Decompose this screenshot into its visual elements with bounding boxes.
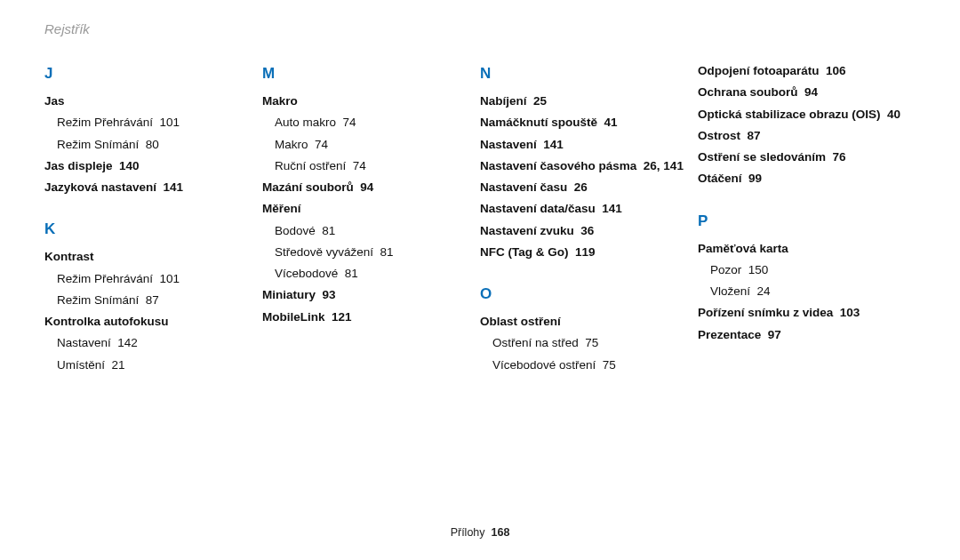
index-subentry: Bodové 81 [275,221,480,241]
index-subentry: Vložení 24 [710,282,916,301]
index-page-ref: 140 [119,159,140,172]
index-column: JJasRežim Přehrávání 101Režim Snímání 80… [44,61,262,377]
index-page-ref: 41 [604,116,618,129]
index-subentry: Pozor 150 [710,260,916,280]
index-term: Jas displeje 140 [44,156,262,176]
index-page-ref: 106 [826,64,846,77]
index-term: Pořízení snímku z videa 103 [698,303,916,323]
index-page-ref: 25 [533,94,547,108]
index-subentry: Ruční ostření 74 [275,156,480,176]
index-subentry: Středově vyvážení 81 [275,243,480,262]
index-subentry: Režim Přehrávání 101 [57,269,262,289]
index-subentry: Makro 74 [275,135,480,155]
index-term: Makro [262,92,480,111]
index-page-ref: 21 [112,358,125,372]
index-term: Mazání souborů 94 [262,178,480,197]
index-term: Kontrast [44,247,262,267]
index-subentry: Nastavení 142 [57,333,262,353]
index-term: Miniatury 93 [262,285,480,305]
index-subentry: Umístění 21 [57,356,262,375]
index-letter: P [698,209,916,234]
index-subentry: Ostření na střed 75 [492,333,698,353]
index-term: Odpojení fotoaparátu 106 [698,61,916,81]
index-page-ref: 141 [543,138,564,151]
index-page-ref: 80 [146,138,159,151]
index-page-ref: 81 [380,245,394,259]
index-page-ref: 36 [580,224,594,237]
index-page-ref: 97 [768,328,781,341]
page-footer: Přílohy 168 [0,526,960,539]
index-page-ref: 87 [146,293,159,307]
index-term: Optická stabilizace obrazu (OIS) 40 [698,105,916,124]
index-subentry: Vícebodové ostření 75 [492,356,698,375]
index-term: Paměťová karta [698,239,916,259]
index-term: Ostrost 87 [698,126,916,146]
page-title: Rejstřík [44,21,916,36]
index-term: NFC (Tag & Go) 119 [480,243,698,262]
footer-label: Přílohy [451,526,485,539]
index-page-ref: 75 [603,358,616,372]
index-page-ref: 40 [887,108,900,121]
index-page-ref: 76 [833,150,846,164]
index-page-ref: 81 [345,267,358,280]
index-page-ref: 24 [757,284,771,298]
index-term: Nastavení času 26 [480,178,698,197]
index-page-ref: 26, 141 [644,159,684,172]
index-term: Otáčení 99 [698,169,916,188]
index-term: Nastavení zvuku 36 [480,221,698,241]
index-page-ref: 141 [164,180,184,194]
index-term: Kontrolka autofokusu [44,312,262,332]
index-page-ref: 26 [574,180,588,194]
index-letter: J [44,61,262,86]
index-term: Nabíjení 25 [480,92,698,111]
index-page-ref: 103 [840,306,860,319]
index-term: Oblast ostření [480,312,698,332]
index-letter: M [262,61,480,86]
index-page-ref: 74 [315,138,328,151]
index-term: Nastavení data/času 141 [480,199,698,219]
index-page-ref: 74 [353,159,366,172]
index-term: Ochrana souborů 94 [698,83,916,102]
index-term: Prezentace 97 [698,325,916,345]
index-page-ref: 94 [360,180,373,194]
index-page-ref: 101 [160,272,180,285]
index-letter: O [480,282,698,307]
index-subentry: Režim Snímání 87 [57,291,262,310]
index-subentry: Režim Snímání 80 [57,135,262,155]
index-page-ref: 99 [748,172,762,185]
index-term: Jas [44,92,262,111]
index-page-ref: 94 [804,85,818,99]
index-page-ref: 81 [322,224,335,237]
index-page-ref: 101 [160,116,180,129]
index-term: MobileLink 121 [262,308,480,327]
index-term: Nastavení časového pásma 26, 141 [480,156,698,176]
index-columns: JJasRežim Přehrávání 101Režim Snímání 80… [44,61,916,377]
index-term: Nastavení 141 [480,135,698,155]
index-page-ref: 93 [323,288,336,301]
index-column: MMakroAuto makro 74Makro 74Ruční ostření… [262,61,480,377]
footer-page-number: 168 [492,526,510,539]
index-subentry: Režim Přehrávání 101 [57,113,262,132]
index-column: NNabíjení 25Namáčknutí spouště 41Nastave… [480,61,698,377]
index-subentry: Auto makro 74 [275,113,480,132]
index-subentry: Vícebodové 81 [275,264,480,284]
index-page-ref: 75 [585,336,598,349]
index-page-ref: 121 [332,310,352,324]
index-term: Ostření se sledováním 76 [698,148,916,167]
page: Rejstřík JJasRežim Přehrávání 101Režim S… [0,0,960,560]
index-page-ref: 119 [575,245,596,259]
index-page-ref: 87 [748,129,761,142]
index-letter: N [480,61,698,86]
index-page-ref: 142 [117,336,138,349]
index-term: Namáčknutí spouště 41 [480,113,698,132]
index-page-ref: 150 [748,263,769,276]
index-column: Odpojení fotoaparátu 106Ochrana souborů … [698,61,916,377]
index-page-ref: 141 [602,202,622,215]
index-term: Jazyková nastavení 141 [44,178,262,197]
index-letter: K [44,217,262,242]
index-page-ref: 74 [343,116,356,129]
index-term: Měření [262,199,480,219]
